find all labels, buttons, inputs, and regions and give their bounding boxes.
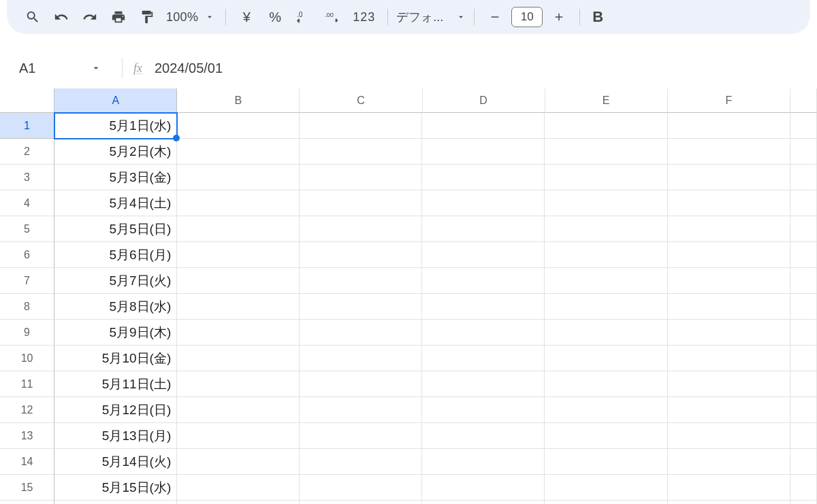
cell-D12[interactable]	[422, 397, 545, 423]
formula-input[interactable]: 2024/05/01	[155, 61, 805, 76]
row-header[interactable]: 9	[0, 320, 54, 346]
zoom-dropdown[interactable]: 100%	[163, 10, 217, 24]
cell-D13[interactable]	[422, 423, 545, 449]
cell-B3[interactable]	[177, 165, 300, 190]
cell-C13[interactable]	[300, 423, 422, 449]
cell-F7[interactable]	[668, 268, 790, 294]
row-header[interactable]: 16	[0, 501, 54, 504]
cell-overflow[interactable]	[790, 501, 817, 504]
row-header[interactable]: 5	[0, 216, 54, 242]
cell-F3[interactable]	[668, 165, 790, 190]
cell-D16[interactable]	[422, 501, 545, 504]
print-icon[interactable]	[106, 5, 131, 29]
cell-B11[interactable]	[177, 371, 300, 397]
cell-B12[interactable]	[177, 397, 300, 423]
select-all-corner[interactable]	[0, 88, 54, 113]
cell-overflow[interactable]	[790, 294, 817, 320]
cell-A15[interactable]: 5月15日(水)	[54, 475, 177, 501]
cell-E11[interactable]	[545, 371, 667, 397]
cell-A10[interactable]: 5月10日(金)	[54, 346, 177, 371]
cell-C10[interactable]	[300, 346, 422, 371]
cell-E10[interactable]	[545, 346, 667, 371]
cell-F5[interactable]	[668, 216, 790, 242]
cell-E15[interactable]	[545, 475, 667, 501]
name-box[interactable]: A1	[12, 61, 111, 76]
cell-overflow[interactable]	[790, 268, 817, 294]
cell-E4[interactable]	[545, 190, 667, 216]
cell-overflow[interactable]	[790, 397, 817, 423]
cell-B1[interactable]	[177, 113, 300, 139]
column-header-overflow[interactable]	[790, 88, 817, 113]
cell-E13[interactable]	[545, 423, 667, 449]
cell-overflow[interactable]	[790, 242, 817, 268]
cell-F2[interactable]	[668, 139, 790, 165]
cell-F15[interactable]	[668, 475, 790, 501]
increase-decimal-button[interactable]: .00	[320, 5, 345, 29]
cell-C1[interactable]	[300, 113, 422, 139]
cell-B9[interactable]	[177, 320, 300, 346]
cell-F4[interactable]	[668, 190, 790, 216]
cell-E1[interactable]	[545, 113, 667, 139]
cell-overflow[interactable]	[790, 449, 817, 475]
row-header[interactable]: 11	[0, 371, 54, 397]
cell-F11[interactable]	[668, 371, 790, 397]
cell-A13[interactable]: 5月13日(月)	[54, 423, 177, 449]
cell-overflow[interactable]	[790, 371, 817, 397]
cell-E3[interactable]	[545, 165, 667, 190]
decrease-decimal-button[interactable]: .0	[291, 5, 316, 29]
cell-A11[interactable]: 5月11日(土)	[54, 371, 177, 397]
column-header-A[interactable]: A	[54, 88, 177, 113]
cell-C6[interactable]	[300, 242, 422, 268]
cell-overflow[interactable]	[790, 139, 817, 165]
cell-D2[interactable]	[422, 139, 545, 165]
cell-D9[interactable]	[422, 320, 545, 346]
cell-F12[interactable]	[668, 397, 790, 423]
cell-C15[interactable]	[300, 475, 422, 501]
cell-A6[interactable]: 5月6日(月)	[54, 242, 177, 268]
cell-B13[interactable]	[177, 423, 300, 449]
cell-overflow[interactable]	[790, 346, 817, 371]
cell-overflow[interactable]	[790, 190, 817, 216]
column-header-E[interactable]: E	[545, 88, 668, 113]
cell-F8[interactable]	[668, 294, 790, 320]
cell-B4[interactable]	[177, 190, 300, 216]
cell-A12[interactable]: 5月12日(日)	[54, 397, 177, 423]
cell-B16[interactable]	[177, 501, 300, 504]
cell-A8[interactable]: 5月8日(水)	[54, 294, 177, 320]
cell-C16[interactable]	[300, 501, 422, 504]
cell-overflow[interactable]	[790, 423, 817, 449]
cell-B7[interactable]	[177, 268, 300, 294]
cell-C9[interactable]	[300, 320, 422, 346]
row-header[interactable]: 8	[0, 294, 54, 320]
cell-overflow[interactable]	[790, 113, 817, 139]
cell-E6[interactable]	[545, 242, 667, 268]
cell-B2[interactable]	[177, 139, 300, 165]
cell-D5[interactable]	[422, 216, 545, 242]
cell-B5[interactable]	[177, 216, 300, 242]
increase-font-size-button[interactable]	[547, 5, 571, 29]
cell-B15[interactable]	[177, 475, 300, 501]
cell-D10[interactable]	[422, 346, 545, 371]
cell-E12[interactable]	[545, 397, 667, 423]
row-header[interactable]: 7	[0, 268, 54, 294]
percent-format-button[interactable]: %	[263, 5, 287, 29]
cell-C4[interactable]	[300, 190, 422, 216]
cell-A3[interactable]: 5月3日(金)	[54, 165, 177, 190]
cell-F13[interactable]	[668, 423, 790, 449]
cell-E14[interactable]	[545, 449, 667, 475]
row-header[interactable]: 13	[0, 423, 54, 449]
cell-E5[interactable]	[545, 216, 667, 242]
cell-F14[interactable]	[668, 449, 790, 475]
cell-C12[interactable]	[300, 397, 422, 423]
cell-E8[interactable]	[545, 294, 667, 320]
cell-E2[interactable]	[545, 139, 667, 165]
font-family-dropdown[interactable]: デフォ...	[396, 9, 466, 25]
cell-A4[interactable]: 5月4日(土)	[54, 190, 177, 216]
cell-B10[interactable]	[177, 346, 300, 371]
cell-overflow[interactable]	[790, 165, 817, 190]
cell-D6[interactable]	[422, 242, 545, 268]
cell-F6[interactable]	[668, 242, 790, 268]
cell-A2[interactable]: 5月2日(木)	[54, 139, 177, 165]
cell-C3[interactable]	[300, 165, 422, 190]
cell-A1[interactable]: 5月1日(水)	[54, 113, 177, 139]
